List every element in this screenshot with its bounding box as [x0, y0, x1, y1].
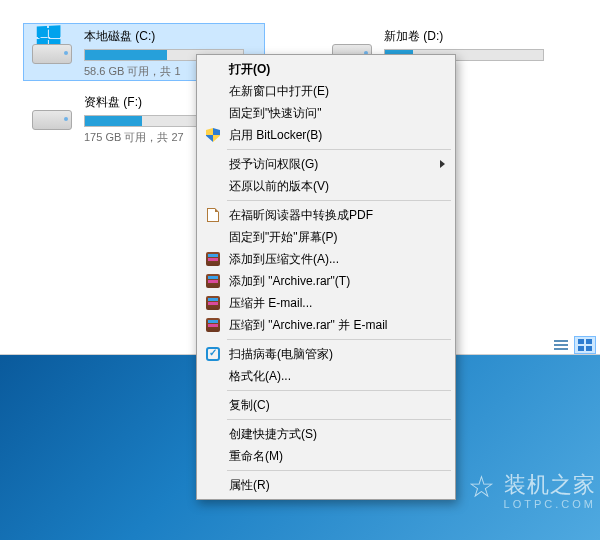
context-menu-separator [227, 149, 451, 150]
context-menu-item[interactable]: 固定到"快速访问" [199, 102, 453, 124]
context-menu-item[interactable]: 固定到"开始"屏幕(P) [199, 226, 453, 248]
context-menu-label: 启用 BitLocker(B) [229, 127, 322, 144]
context-menu-label: 格式化(A)... [229, 368, 291, 385]
svg-rect-3 [578, 339, 584, 344]
context-menu-separator [227, 200, 451, 201]
context-menu-label: 在新窗口中打开(E) [229, 83, 329, 100]
rar-icon [205, 295, 221, 311]
context-menu-item[interactable]: 创建快捷方式(S) [199, 423, 453, 445]
svg-rect-4 [586, 339, 592, 344]
context-menu-label: 属性(R) [229, 477, 270, 494]
watermark-sub: LOTPC.COM [504, 498, 596, 510]
context-menu-label: 重命名(M) [229, 448, 283, 465]
drive-label: 本地磁盘 (C:) [84, 28, 260, 45]
drive-label: 新加卷 (D:) [384, 28, 560, 45]
context-menu-item[interactable]: 在新窗口中打开(E) [199, 80, 453, 102]
pdf-icon [205, 207, 221, 223]
context-menu-item[interactable]: 重命名(M) [199, 445, 453, 467]
rar-icon [205, 317, 221, 333]
context-menu-label: 添加到压缩文件(A)... [229, 251, 339, 268]
context-menu-separator [227, 419, 451, 420]
svg-rect-2 [554, 348, 568, 350]
drive-os-icon [28, 28, 76, 68]
context-menu-label: 还原以前的版本(V) [229, 178, 329, 195]
context-menu-item[interactable]: 还原以前的版本(V) [199, 175, 453, 197]
context-menu-item[interactable]: 打开(O) [199, 58, 453, 80]
context-menu-item[interactable]: 复制(C) [199, 394, 453, 416]
watermark: 装机之家 LOTPC.COM [468, 470, 596, 510]
scan-icon [205, 346, 221, 362]
watermark-text: 装机之家 [504, 472, 596, 497]
context-menu-label: 打开(O) [229, 61, 270, 78]
context-menu-label: 压缩到 "Archive.rar" 并 E-mail [229, 317, 388, 334]
svg-rect-6 [586, 346, 592, 351]
rar-icon [205, 251, 221, 267]
drive-icon [28, 94, 76, 134]
context-menu-item[interactable]: 属性(R) [199, 474, 453, 496]
context-menu-separator [227, 339, 451, 340]
svg-rect-0 [554, 340, 568, 342]
submenu-arrow-icon [440, 160, 445, 168]
context-menu-label: 在福昕阅读器中转换成PDF [229, 207, 373, 224]
context-menu-label: 授予访问权限(G) [229, 156, 318, 173]
context-menu-item[interactable]: 格式化(A)... [199, 365, 453, 387]
context-menu-item[interactable]: 添加到压缩文件(A)... [199, 248, 453, 270]
context-menu-label: 压缩并 E-mail... [229, 295, 312, 312]
context-menu-label: 固定到"快速访问" [229, 105, 322, 122]
context-menu-label: 添加到 "Archive.rar"(T) [229, 273, 350, 290]
svg-rect-5 [578, 346, 584, 351]
context-menu-label: 扫描病毒(电脑管家) [229, 346, 333, 363]
context-menu-item[interactable]: 添加到 "Archive.rar"(T) [199, 270, 453, 292]
context-menu: 打开(O)在新窗口中打开(E)固定到"快速访问"启用 BitLocker(B)授… [196, 54, 456, 500]
context-menu-separator [227, 470, 451, 471]
context-menu-label: 复制(C) [229, 397, 270, 414]
view-details-button[interactable] [550, 336, 572, 354]
svg-rect-1 [554, 344, 568, 346]
context-menu-label: 创建快捷方式(S) [229, 426, 317, 443]
context-menu-item[interactable]: 授予访问权限(G) [199, 153, 453, 175]
view-tiles-button[interactable] [574, 336, 596, 354]
rar-icon [205, 273, 221, 289]
context-menu-label: 固定到"开始"屏幕(P) [229, 229, 338, 246]
context-menu-item[interactable]: 在福昕阅读器中转换成PDF [199, 204, 453, 226]
context-menu-item[interactable]: 压缩到 "Archive.rar" 并 E-mail [199, 314, 453, 336]
context-menu-separator [227, 390, 451, 391]
context-menu-item[interactable]: 启用 BitLocker(B) [199, 124, 453, 146]
context-menu-item[interactable]: 扫描病毒(电脑管家) [199, 343, 453, 365]
shield-icon [205, 127, 221, 143]
star-icon [468, 475, 498, 505]
context-menu-item[interactable]: 压缩并 E-mail... [199, 292, 453, 314]
usage-fill [85, 50, 167, 60]
